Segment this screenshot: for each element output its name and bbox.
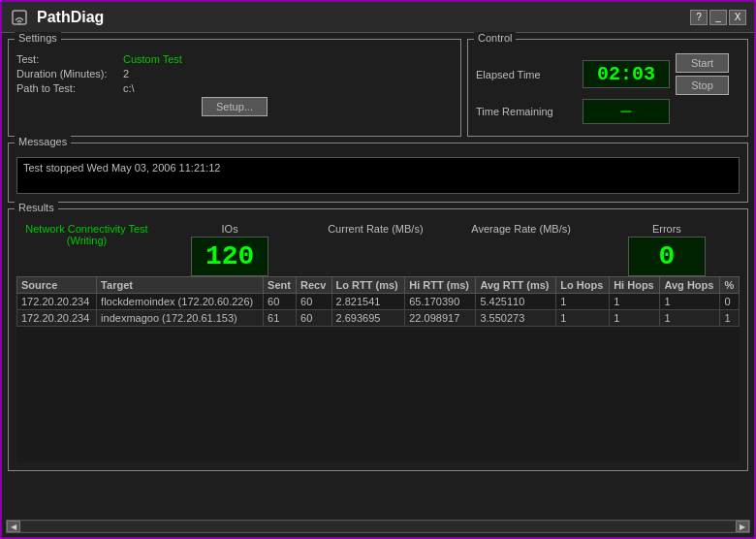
help-button[interactable]: ? (690, 10, 708, 25)
table-cell-1-6: 3.550273 (476, 310, 556, 327)
io-metric: IOs 120 (157, 223, 302, 276)
test-subname-label: (Writing) (67, 235, 107, 246)
table-cell-0-2: 60 (264, 294, 297, 310)
col-source: Source (17, 277, 97, 294)
messages-group-label: Messages (15, 136, 71, 147)
table-cell-0-10: 0 (720, 294, 740, 310)
results-metrics: Network Connectivity Test (Writing) IOs … (16, 223, 740, 276)
table-cell-0-3: 60 (297, 294, 332, 310)
stop-button[interactable]: Stop (676, 76, 729, 95)
test-label: Test: (16, 53, 123, 65)
table-cell-0-4: 2.821541 (331, 294, 405, 310)
duration-value: 2 (123, 68, 129, 79)
app-title: PathDiag (37, 9, 104, 26)
path-value: c:\ (123, 82, 135, 94)
col-lo-rtt: Lo RTT (ms) (331, 277, 405, 294)
test-name-label: Network Connectivity Test (25, 223, 147, 235)
main-window: PathDiag ? _ X Settings Test: Custom Tes… (0, 0, 756, 539)
elapsed-label: Elapsed Time (476, 69, 583, 80)
table-cell-1-8: 1 (610, 310, 660, 327)
table-cell-0-0: 172.20.20.234 (17, 294, 97, 310)
svg-point-1 (18, 22, 20, 24)
data-table: Source Target Sent Recv Lo RTT (ms) Hi R… (16, 276, 740, 327)
scroll-right-button[interactable]: ▶ (736, 521, 749, 532)
horizontal-scrollbar[interactable]: ◀ ▶ (6, 520, 750, 533)
control-group: Control Elapsed Time 02:03 Start Stop Ti… (467, 39, 748, 137)
settings-group-label: Settings (15, 32, 61, 44)
path-row: Path to Test: c:\ (16, 82, 453, 94)
table-cell-0-8: 1 (610, 294, 660, 310)
table-head: Source Target Sent Recv Lo RTT (ms) Hi R… (17, 277, 740, 294)
scroll-left-button[interactable]: ◀ (7, 521, 20, 532)
table-cell-0-7: 1 (556, 294, 610, 310)
avg-rate-label: Average Rate (MB/s) (471, 223, 571, 235)
table-cell-1-4: 2.693695 (331, 310, 405, 327)
table-cell-1-5: 22.098917 (405, 310, 476, 327)
col-recv: Recv (297, 277, 332, 294)
col-sent: Sent (264, 277, 297, 294)
duration-row: Duration (Minutes): 2 (16, 68, 453, 79)
table-row: 172.20.20.234indexmagoo (172.20.61.153)6… (17, 310, 740, 327)
control-group-label: Control (474, 32, 516, 44)
title-controls: ? _ X (690, 10, 746, 25)
start-stop-buttons: Start Stop (676, 53, 729, 95)
table-cell-1-2: 61 (264, 310, 297, 327)
empty-area (16, 327, 740, 462)
avg-rate-metric: Average Rate (MB/s) (449, 223, 594, 273)
start-button[interactable]: Start (676, 53, 729, 73)
table-header-row: Source Target Sent Recv Lo RTT (ms) Hi R… (17, 277, 740, 294)
settings-group: Settings Test: Custom Test Duration (Min… (8, 39, 461, 137)
table-cell-1-7: 1 (556, 310, 610, 327)
messages-content: Test stopped Wed May 03, 2006 11:21:12 (16, 157, 740, 194)
title-left: PathDiag (10, 8, 104, 27)
scrollbar-track[interactable] (20, 522, 736, 531)
title-bar: PathDiag ? _ X (2, 2, 754, 33)
remaining-display: — (583, 99, 670, 124)
main-content: Settings Test: Custom Test Duration (Min… (2, 33, 754, 477)
io-display: 120 (191, 237, 268, 276)
table-cell-0-9: 1 (660, 294, 720, 310)
col-pct: % (720, 277, 740, 294)
top-row: Settings Test: Custom Test Duration (Min… (8, 39, 748, 137)
app-icon (10, 8, 29, 27)
table-cell-1-9: 1 (660, 310, 720, 327)
results-group: Results Network Connectivity Test (Writi… (8, 208, 748, 471)
table-cell-1-3: 60 (297, 310, 332, 327)
current-rate-label: Current Rate (MB/s) (328, 223, 423, 235)
setup-btn-area: Setup... (16, 97, 453, 116)
table-row: 172.20.20.234flockdemoindex (172.20.60.2… (17, 294, 740, 310)
col-hi-hops: Hi Hops (610, 277, 660, 294)
errors-display: 0 (628, 237, 706, 276)
table-cell-1-1: indexmagoo (172.20.61.153) (97, 310, 264, 327)
table-body: 172.20.20.234flockdemoindex (172.20.60.2… (17, 294, 740, 327)
remaining-row: Time Remaining — (476, 99, 740, 124)
table-cell-0-1: flockdemoindex (172.20.60.226) (97, 294, 264, 310)
table-cell-0-6: 5.425110 (476, 294, 556, 310)
remaining-label: Time Remaining (476, 106, 583, 117)
path-label: Path to Test: (16, 82, 123, 94)
minimize-button[interactable]: _ (709, 10, 727, 25)
table-cell-1-0: 172.20.20.234 (17, 310, 97, 327)
errors-label: Errors (652, 223, 681, 235)
col-avg-hops: Avg Hops (660, 277, 720, 294)
col-hi-rtt: Hi RTT (ms) (405, 277, 476, 294)
messages-group: Messages Test stopped Wed May 03, 2006 1… (8, 143, 748, 203)
col-target: Target (97, 277, 264, 294)
col-avg-rtt: Avg RTT (ms) (476, 277, 556, 294)
table-cell-0-5: 65.170390 (405, 294, 476, 310)
setup-button[interactable]: Setup... (202, 97, 268, 116)
results-group-label: Results (15, 202, 58, 213)
close-button[interactable]: X (729, 10, 746, 25)
io-label: IOs (222, 223, 238, 235)
table-cell-1-10: 1 (720, 310, 740, 327)
elapsed-display: 02:03 (583, 60, 670, 88)
elapsed-row: Elapsed Time 02:03 Start Stop (476, 53, 740, 95)
duration-label: Duration (Minutes): (16, 68, 123, 79)
test-value: Custom Test (123, 53, 182, 65)
col-lo-hops: Lo Hops (556, 277, 610, 294)
errors-metric: Errors 0 (594, 223, 740, 276)
current-rate-metric: Current Rate (MB/s) (302, 223, 448, 273)
test-row: Test: Custom Test (16, 53, 453, 65)
